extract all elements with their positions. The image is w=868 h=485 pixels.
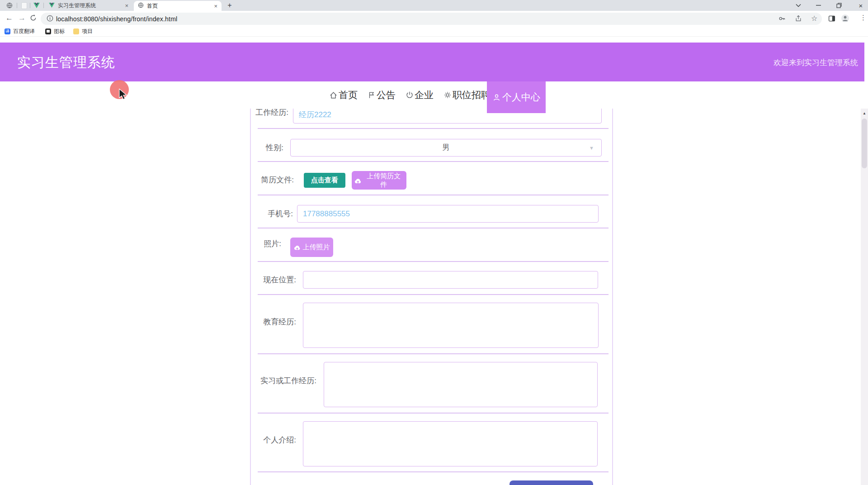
bookmarks-bar: 译 百度翻译 图标 项目: [0, 26, 868, 37]
mouse-pointer-icon: [119, 89, 127, 102]
tab-separator: [30, 3, 30, 8]
education-textarea[interactable]: [303, 303, 599, 348]
folder-icon: [73, 29, 79, 34]
home-icon: [329, 91, 338, 100]
tab-close-icon[interactable]: ×: [125, 3, 128, 9]
bookmark-baidu-translate[interactable]: 译 百度翻译: [5, 28, 35, 35]
row-separator: [258, 195, 609, 195]
scroll-up-icon[interactable]: ▲: [861, 111, 868, 115]
row-separator: [258, 261, 609, 262]
chevron-down-icon: ▼: [589, 145, 594, 151]
submit-button[interactable]: [509, 480, 593, 485]
personal-intro-textarea[interactable]: [303, 421, 598, 466]
form-card-right-border: [612, 109, 613, 485]
form-card-left-border: [250, 109, 251, 485]
flag-icon: [368, 91, 376, 99]
translate-icon: 译: [5, 29, 10, 34]
current-location-input[interactable]: [303, 271, 598, 289]
nav-item-jobs[interactable]: 职位招聘: [443, 89, 491, 101]
pinned-tab-vue-icon[interactable]: [33, 2, 40, 9]
tab-title: 实习生管理系统: [58, 2, 125, 10]
photo-label: 照片:: [182, 238, 281, 249]
tab-close-icon[interactable]: ×: [214, 3, 217, 9]
window-close-button[interactable]: ×: [854, 0, 867, 11]
gender-label: 性别:: [184, 143, 283, 153]
user-icon: [492, 93, 501, 102]
screen: 实习生管理系统 × 首页 × + × ← → localhost:8080: [0, 0, 868, 485]
row-separator: [258, 471, 609, 472]
side-panel-icon[interactable]: [828, 15, 835, 24]
new-tab-button[interactable]: +: [225, 1, 234, 10]
bookmark-project[interactable]: 项目: [73, 28, 93, 35]
window-restore-button[interactable]: [833, 0, 845, 11]
pinned-tab-page-icon[interactable]: [20, 2, 28, 9]
gear-icon: [443, 91, 452, 99]
education-label: 教育经历:: [197, 317, 296, 327]
back-icon[interactable]: ←: [5, 14, 13, 23]
browser-toolbar: ← → localhost:8080/shixisheng/front/inde…: [0, 11, 868, 26]
welcome-text: 欢迎来到实习生管理系统: [774, 57, 858, 68]
row-separator: [258, 294, 609, 295]
nav-item-announcements[interactable]: 公告: [368, 89, 396, 101]
nav-item-companies[interactable]: 企业: [406, 89, 434, 101]
cloud-upload-icon: [354, 177, 362, 184]
current-location-label: 现在位置:: [197, 275, 296, 285]
tab-search-chevron-icon[interactable]: [792, 0, 805, 11]
row-separator: [258, 228, 609, 228]
row-separator: [258, 128, 609, 129]
row-separator: [258, 161, 609, 162]
internship-experience-label: 实习或工作经历:: [217, 376, 316, 386]
tab-title: 首页: [147, 2, 214, 10]
profile-avatar-icon[interactable]: [841, 14, 849, 24]
view-resume-button[interactable]: 点击查看: [304, 173, 345, 188]
cloud-upload-icon: [294, 244, 301, 250]
site-info-icon[interactable]: [47, 15, 53, 24]
vue-favicon-icon: [49, 1, 55, 10]
password-key-icon[interactable]: [778, 15, 786, 24]
phone-input[interactable]: [297, 205, 599, 223]
row-separator: [258, 353, 609, 354]
nav-item-personal-center-active[interactable]: 个人中心: [487, 81, 546, 113]
site-title: 实习生管理系统: [17, 53, 115, 72]
url-text[interactable]: localhost:8080/shixisheng/front/index.ht…: [56, 15, 177, 23]
globe-favicon-icon: [138, 2, 144, 10]
work-history-label: 工作经历:: [189, 107, 288, 118]
pinned-tab-globe-icon[interactable]: [6, 2, 13, 9]
browser-tab-bar: 实习生管理系统 × 首页 × + ×: [0, 0, 868, 11]
reload-icon[interactable]: [30, 14, 37, 24]
main-nav: 首页 公告 企业 职位招聘: [0, 81, 868, 109]
window-minimize-button[interactable]: [812, 0, 825, 11]
bookmark-star-icon[interactable]: ☆: [811, 14, 817, 23]
nav-item-home[interactable]: 首页: [329, 89, 358, 101]
forward-icon[interactable]: →: [18, 14, 26, 23]
personal-intro-label: 个人介绍:: [197, 435, 296, 445]
power-icon: [406, 91, 414, 99]
scrollbar-thumb[interactable]: [862, 119, 867, 168]
tab-shixisheng[interactable]: 实习生管理系统 ×: [45, 0, 132, 11]
share-icon[interactable]: [795, 15, 802, 24]
site-header: 实习生管理系统 欢迎来到实习生管理系统: [0, 43, 864, 81]
upload-photo-button[interactable]: 上传照片: [290, 238, 333, 257]
bookmark-icons[interactable]: 图标: [45, 28, 65, 35]
upload-resume-button[interactable]: 上传简历文件: [352, 171, 406, 190]
image-icon: [45, 29, 51, 34]
row-separator: [258, 413, 609, 414]
phone-label: 手机号:: [193, 209, 293, 219]
scrollbar[interactable]: ▲: [861, 109, 868, 485]
tab-separator: [43, 3, 44, 8]
internship-experience-textarea[interactable]: [324, 362, 598, 407]
resume-file-label: 简历文件:: [194, 175, 294, 185]
gender-select[interactable]: 男 ▼: [290, 139, 602, 157]
tab-home-active[interactable]: 首页 ×: [134, 1, 222, 11]
tab-separator: [17, 3, 17, 8]
menu-dots-icon[interactable]: ⋮: [860, 14, 867, 22]
